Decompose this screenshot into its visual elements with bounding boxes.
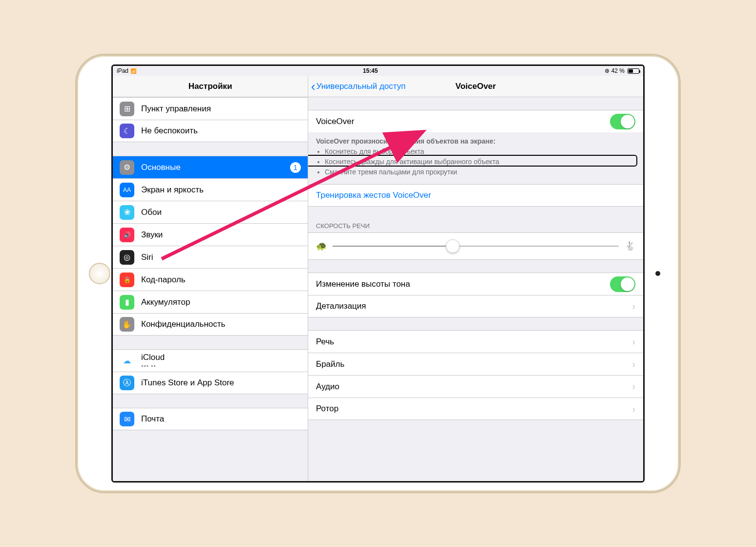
sidebar-item-label: Не беспокоить [141,126,301,136]
settings-sidebar[interactable]: Настройки ⊞Пункт управления☾Не беспокоит… [113,76,308,481]
rotor-row[interactable]: Ротор › [308,398,643,420]
chevron-right-icon: › [632,336,635,347]
device-label: iPad [117,67,128,74]
voiceover-desc-bullet: Коснитесь дважды для активации выбранног… [325,157,635,167]
slider-fill [333,246,453,247]
ipad-frame: iPad 15:45 ⊕ 42 % Настройки ⊞Пункт управ… [75,54,681,493]
sidebar-item-dnd[interactable]: ☾Не беспокоить [113,120,308,142]
orientation-lock-icon: ⊕ [605,67,609,74]
screen: iPad 15:45 ⊕ 42 % Настройки ⊞Пункт управ… [111,64,645,483]
slider-track[interactable] [333,246,619,247]
icloud-icon: ☁ [120,354,134,368]
sidebar-item-siri[interactable]: ◎Siri [113,246,308,268]
sidebar-item-label: Основные [141,163,283,172]
sidebar-item-label: iCloud [141,353,301,362]
voiceover-desc-heading: VoiceOver произносит названия объектов н… [316,137,496,145]
sidebar-item-control-center[interactable]: ⊞Пункт управления [113,97,308,120]
privacy-icon: ✋ [120,317,134,332]
back-button[interactable]: ‹ Универсальный доступ [308,80,405,93]
control-center-icon: ⊞ [120,102,134,116]
sidebar-item-label: Почта [141,414,301,424]
wallpaper-icon: ❀ [120,205,134,220]
voiceover-switch[interactable] [610,114,635,129]
sidebar-item-label: Пункт управления [141,104,301,114]
battery-icon: ▮ [120,295,134,310]
rabbit-icon: 🐇 [625,241,635,252]
clock: 15:45 [363,67,378,74]
detail-pane[interactable]: ‹ Универсальный доступ VoiceOver VoiceOv… [308,76,643,481]
sidebar-item-passcode[interactable]: 🔒Код-пароль [113,268,308,291]
sidebar-item-wallpaper[interactable]: ❀Обои [113,201,308,223]
detail-title: VoiceOver [456,82,496,91]
speaking-rate-slider[interactable]: 🐢 🐇 [308,232,643,260]
turtle-icon: 🐢 [316,241,327,252]
audio-row[interactable]: Аудио › [308,375,643,398]
voiceover-label: VoiceOver [316,117,610,126]
sidebar-item-label: iTunes Store и App Store [141,378,301,388]
sidebar-item-label: Код-пароль [141,275,301,285]
stores-icon: Ⓐ [120,376,134,390]
camera-dot [655,271,660,276]
chevron-right-icon: › [632,301,635,312]
speaking-rate-header: СКОРОСТЬ РЕЧИ [308,219,643,232]
passcode-icon: 🔒 [120,273,134,287]
sidebar-item-label: Экран и яркость [141,185,301,195]
battery-icon [628,68,639,74]
chevron-left-icon: ‹ [311,80,315,93]
sidebar-item-display[interactable]: AAЭкран и яркость [113,178,308,201]
sidebar-item-label: Аккумулятор [141,297,301,307]
voiceover-desc-bullet: Коснитесь для выбора объекта [325,147,635,157]
battery-fill [629,69,633,73]
detail-header: ‹ Универсальный доступ VoiceOver [308,76,643,97]
sidebar-item-privacy[interactable]: ✋Конфиденциальность [113,313,308,336]
pitch-change-switch[interactable] [610,276,635,292]
sidebar-item-mail[interactable]: ✉Почта [113,408,308,430]
sidebar-item-label: Звуки [141,230,301,240]
slider-thumb[interactable] [446,239,460,253]
mail-icon: ✉ [120,412,134,426]
sidebar-item-label: Обои [141,208,301,217]
chevron-right-icon: › [632,381,635,392]
badge: 1 [290,162,301,173]
status-bar: iPad 15:45 ⊕ 42 % [113,66,643,76]
dnd-icon: ☾ [120,124,134,138]
braille-row[interactable]: Брайль › [308,353,643,375]
chevron-right-icon: › [632,358,635,370]
sidebar-item-label: Конфиденциальность [141,319,301,329]
sidebar-item-icloud[interactable]: ☁iCloud▪▪▪ ▪▪ [113,349,308,372]
voiceover-row[interactable]: VoiceOver [308,110,643,132]
display-icon: AA [120,183,134,197]
sidebar-item-battery[interactable]: ▮Аккумулятор [113,291,308,313]
speech-row[interactable]: Речь › [308,330,643,353]
siri-icon: ◎ [120,250,134,265]
pitch-change-row[interactable]: Изменение высоты тона [308,273,643,295]
chevron-right-icon: › [632,403,635,415]
general-icon: ⚙ [120,160,134,175]
home-button[interactable] [89,263,110,284]
battery-percent: 42 % [611,67,625,74]
voiceover-desc-bullet: Смахните тремя пальцами для прокрутки [325,167,635,177]
practice-gestures-row[interactable]: Тренировка жестов VoiceOver [308,184,643,207]
sidebar-item-general[interactable]: ⚙Основные1 [113,156,308,178]
voiceover-description: VoiceOver произносит названия объектов н… [308,132,643,179]
sidebar-title: Настройки [113,76,308,97]
sidebar-item-label: Siri [141,252,301,262]
sidebar-item-subtitle: ▪▪▪ ▪▪ [141,362,301,369]
sidebar-item-sounds[interactable]: 🔊Звуки [113,223,308,246]
verbosity-row[interactable]: Детализация › [308,295,643,317]
wifi-icon [130,67,136,74]
sounds-icon: 🔊 [120,228,134,242]
back-label: Универсальный доступ [316,82,406,91]
sidebar-item-stores[interactable]: ⒶiTunes Store и App Store [113,372,308,394]
